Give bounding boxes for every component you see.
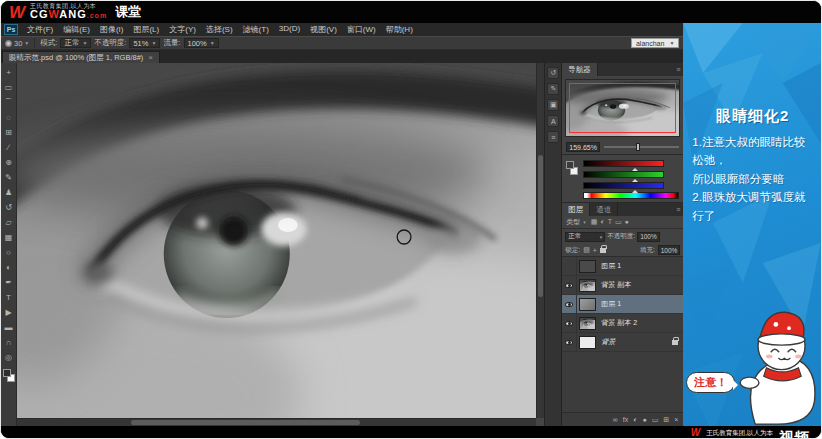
menu-item-7[interactable]: 3D(D) <box>274 24 305 35</box>
menu-item-9[interactable]: 窗口(W) <box>342 24 381 35</box>
layers-bottom-bar: ∞fx◐●▭⊞× <box>562 412 683 426</box>
color-panel-swatches[interactable] <box>566 159 579 199</box>
canvas-area[interactable] <box>17 63 544 426</box>
character-panel-icon[interactable]: A <box>547 115 559 127</box>
tab-layers[interactable]: 图层 <box>562 203 590 216</box>
horizontal-scrollbar[interactable] <box>17 418 536 426</box>
zoom-slider-thumb[interactable] <box>636 143 640 151</box>
color-spectrum-bar[interactable] <box>583 192 679 199</box>
flow-select[interactable]: 100% ▼ <box>184 38 219 48</box>
blur-tool[interactable]: ○ <box>2 245 16 260</box>
visibility-toggle[interactable] <box>562 276 577 294</box>
clone-stamp-tool[interactable]: ♟ <box>2 185 16 200</box>
layer-row-0[interactable]: 图层 1 <box>562 257 683 276</box>
menu-item-6[interactable]: 滤镜(T) <box>238 24 274 35</box>
info-panel-icon[interactable]: ≡ <box>547 131 559 143</box>
menu-item-10[interactable]: 帮助(H) <box>381 24 418 35</box>
layer-filter-icon-1[interactable]: ◐ <box>600 218 604 226</box>
opacity-select[interactable]: 51% ▼ <box>129 38 160 48</box>
workspace-select[interactable]: alanchan ▼ <box>631 38 679 48</box>
menu-item-3[interactable]: 图层(L) <box>128 24 164 35</box>
lasso-tool[interactable]: ⌒ <box>2 95 16 110</box>
layer-row-4[interactable]: 背景 <box>562 333 683 352</box>
hand-tool[interactable]: ∩ <box>2 335 16 350</box>
chevron-down-icon[interactable]: ▾ <box>583 219 586 225</box>
healing-brush-tool[interactable]: ⊕ <box>2 155 16 170</box>
visibility-toggle[interactable] <box>562 257 577 275</box>
scrollbar-thumb[interactable] <box>538 155 543 297</box>
delete-layer-icon[interactable]: × <box>674 416 678 423</box>
zoom-tool[interactable]: ◎ <box>2 350 16 365</box>
move-tool[interactable]: + <box>2 65 16 80</box>
eyedropper-tool[interactable]: ∕ <box>2 140 16 155</box>
tab-channels[interactable]: 通道 <box>590 203 618 216</box>
brush-preset-picker[interactable]: 30 ▼ <box>5 39 29 48</box>
marquee-tool[interactable]: ▭ <box>2 80 16 95</box>
navigator-thumbnail[interactable] <box>565 79 680 137</box>
foreground-color-swatch[interactable] <box>3 369 11 377</box>
close-icon[interactable]: × <box>148 53 153 62</box>
layers-panel-header: 图层 通道 ≡ <box>562 203 683 216</box>
visibility-toggle[interactable] <box>562 333 577 351</box>
type-tool[interactable]: T <box>2 290 16 305</box>
zoom-slider[interactable] <box>604 146 679 148</box>
gradient-tool[interactable]: ▦ <box>2 230 16 245</box>
dodge-tool[interactable]: ◐ <box>2 260 16 275</box>
color-swatch-widget[interactable] <box>3 369 15 382</box>
quick-select-tool[interactable]: ◌ <box>2 110 16 125</box>
brand-com: .com <box>87 12 107 19</box>
layer-mask-icon[interactable]: ◐ <box>633 416 637 423</box>
menu-item-4[interactable]: 文字(Y) <box>164 24 201 35</box>
clone-source-panel-icon[interactable]: ▣ <box>547 99 559 111</box>
brush-tool[interactable]: ✎ <box>2 170 16 185</box>
green-slider[interactable] <box>583 170 679 178</box>
layer-fill-field[interactable]: 100% <box>658 245 681 255</box>
new-group-icon[interactable]: ▭ <box>652 416 659 424</box>
document-tab[interactable]: 眼睛示范.psd @ 100% (图层 1, RGB/8#) × <box>2 51 160 63</box>
shape-tool[interactable]: ▬ <box>2 320 16 335</box>
tab-navigator[interactable]: 导航器 <box>562 63 598 76</box>
path-select-tool[interactable]: ▶ <box>2 305 16 320</box>
zoom-value-field[interactable]: 159.65% <box>566 142 600 152</box>
pen-tool[interactable]: ✒ <box>2 275 16 290</box>
brush-panel-icon[interactable]: ✎ <box>547 83 559 95</box>
link-layers-icon[interactable]: ∞ <box>613 416 618 423</box>
blue-slider[interactable] <box>583 181 679 189</box>
scrollbar-thumb[interactable] <box>131 420 360 425</box>
layer-filter-icon-0[interactable]: ▦ <box>591 218 598 226</box>
vertical-scrollbar[interactable] <box>536 63 544 418</box>
layer-filter-icon-2[interactable]: T <box>608 218 612 226</box>
history-panel-icon[interactable]: ↺ <box>547 67 559 79</box>
menu-item-8[interactable]: 视图(V) <box>305 24 342 35</box>
lock-icon-0[interactable]: ▨ <box>583 246 590 254</box>
layer-blend-mode-select[interactable]: 正常 ▾ <box>565 232 605 242</box>
menu-item-0[interactable]: 文件(F) <box>22 24 58 35</box>
menu-item-2[interactable]: 图像(I) <box>95 24 129 35</box>
visibility-toggle[interactable] <box>562 295 577 313</box>
layer-thumbnail <box>579 260 596 273</box>
new-layer-icon[interactable]: ⊞ <box>663 416 669 424</box>
crop-tool[interactable]: ⊞ <box>2 125 16 140</box>
slider-handle[interactable] <box>632 187 638 193</box>
layer-filter-icon-3[interactable]: ▭ <box>615 218 622 226</box>
panel-menu-icon[interactable]: ≡ <box>676 203 683 216</box>
lock-icon-1[interactable]: + <box>593 247 597 254</box>
layer-row-1[interactable]: 背景 副本 <box>562 276 683 295</box>
menu-item-1[interactable]: 编辑(E) <box>58 24 95 35</box>
red-slider[interactable] <box>583 159 679 167</box>
eraser-tool[interactable]: ▱ <box>2 215 16 230</box>
history-brush-tool[interactable]: ↺ <box>2 200 16 215</box>
layer-opacity-field[interactable]: 100% <box>637 232 660 242</box>
panel-menu-icon[interactable]: ≡ <box>676 63 683 76</box>
menu-item-5[interactable]: 选择(S) <box>201 24 238 35</box>
layer-row-3[interactable]: 背景 副本 2 <box>562 314 683 333</box>
layer-effects-icon[interactable]: fx <box>623 416 628 423</box>
navigator-proxy-view[interactable] <box>569 83 676 133</box>
blend-mode-select[interactable]: 正常 ▼ <box>60 38 91 48</box>
layer-filter-icon-4[interactable]: ● <box>625 218 629 226</box>
adjustment-layer-icon[interactable]: ● <box>643 416 647 423</box>
foreground-color-swatch[interactable] <box>566 161 574 169</box>
lock-all-icon[interactable] <box>600 248 606 253</box>
visibility-toggle[interactable] <box>562 314 577 332</box>
layer-row-2[interactable]: 图层 1 <box>562 295 683 314</box>
